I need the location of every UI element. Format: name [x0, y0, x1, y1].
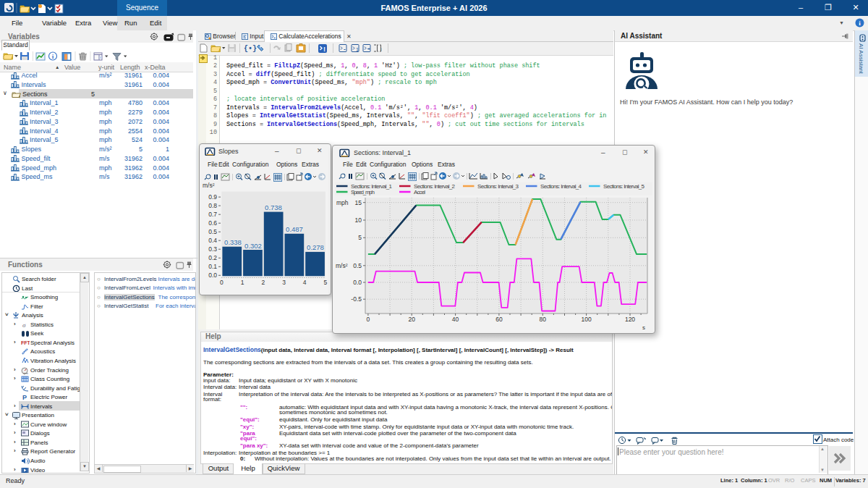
svg-text:0.1: 0.1: [208, 263, 217, 270]
svg-text:0.5: 0.5: [208, 228, 217, 235]
svg-text:Sections: Interval_5: Sections: Interval_5: [603, 183, 645, 190]
svg-text:0.302: 0.302: [244, 242, 262, 250]
svg-text:0.0: 0.0: [353, 279, 362, 286]
svg-text:0.5: 0.5: [353, 262, 362, 269]
svg-text:15: 15: [355, 199, 362, 206]
svg-text:0.3: 0.3: [208, 245, 217, 253]
svg-text:1: 1: [356, 47, 359, 52]
svg-text:FFT: FFT: [21, 340, 30, 345]
svg-text:rpm: rpm: [23, 371, 29, 375]
svg-text:5: 5: [324, 279, 328, 286]
svg-text:120: 120: [625, 316, 635, 323]
svg-text:Sections: Interval_3: Sections: Interval_3: [477, 183, 519, 190]
svg-text:m/s²: m/s²: [336, 262, 348, 269]
svg-text:-0.5: -0.5: [351, 295, 362, 303]
svg-text:10: 10: [355, 216, 362, 224]
svg-text:0: 0: [220, 279, 224, 286]
svg-text:Speed_mph: Speed_mph: [351, 189, 375, 195]
svg-text:!: !: [323, 46, 326, 53]
svg-text:4: 4: [303, 279, 307, 286]
svg-text:5: 5: [358, 234, 362, 241]
svg-text:σ: σ: [22, 321, 26, 329]
svg-text:2: 2: [261, 279, 265, 286]
svg-text:0.2: 0.2: [208, 254, 217, 261]
svg-text:Accel: Accel: [414, 189, 425, 195]
svg-text:100: 100: [582, 316, 592, 323]
svg-text:0: 0: [367, 316, 370, 323]
svg-text:{•}: {•}: [244, 45, 257, 53]
svg-text:0.9: 0.9: [208, 193, 217, 201]
svg-text:P: P: [22, 394, 27, 401]
svg-text:20: 20: [408, 316, 415, 323]
svg-text:0.487: 0.487: [286, 225, 303, 233]
svg-text:mph: mph: [336, 199, 349, 206]
svg-text:0.738: 0.738: [265, 203, 282, 211]
svg-text:0.8: 0.8: [208, 202, 217, 209]
svg-text:s: s: [642, 324, 645, 331]
svg-text:40: 40: [452, 316, 459, 323]
svg-text:Sections: Interval_4: Sections: Interval_4: [540, 183, 582, 190]
svg-text:0.4: 0.4: [208, 237, 217, 244]
svg-text:1: 1: [241, 279, 244, 286]
svg-text:i: i: [380, 47, 382, 52]
svg-text:0.278: 0.278: [307, 243, 324, 251]
svg-text:3: 3: [282, 279, 286, 286]
svg-text:0.7: 0.7: [208, 211, 217, 218]
svg-text:60: 60: [495, 316, 503, 323]
svg-text:80: 80: [540, 316, 547, 323]
svg-text:0.0: 0.0: [208, 272, 217, 279]
svg-text:0.338: 0.338: [224, 238, 242, 246]
svg-text:0.6: 0.6: [208, 219, 217, 227]
